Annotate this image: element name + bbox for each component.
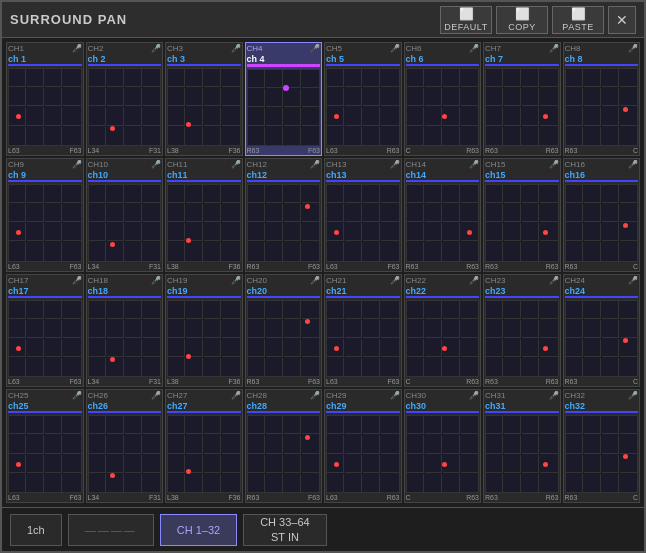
- channel-cell-ch24[interactable]: CH24🎤ch24R63C: [563, 274, 641, 388]
- ch-name-3: ch 4: [247, 54, 321, 64]
- channel-cell-ch30[interactable]: CH30🎤ch30CR63: [404, 389, 482, 503]
- channel-cell-ch16[interactable]: CH16🎤ch16R63C: [563, 158, 641, 272]
- channel-cell-ch22[interactable]: CH22🎤ch22CR63: [404, 274, 482, 388]
- channel-cell-ch23[interactable]: CH23🎤ch23R63R63: [483, 274, 561, 388]
- ch-num-5: CH6: [406, 44, 422, 53]
- pan-grid-15: [565, 184, 639, 262]
- channel-cell-ch10[interactable]: CH10🎤ch10L34F31: [86, 158, 164, 272]
- pan-grid-26: [167, 415, 241, 493]
- ch-num-30: CH31: [485, 391, 505, 400]
- ch-name-6: ch 7: [485, 54, 559, 64]
- pan-grid-22: [485, 300, 559, 378]
- ch-label-left-25: L34: [88, 494, 100, 501]
- ch-label-right-15: C: [633, 263, 638, 270]
- ch-label-right-31: C: [633, 494, 638, 501]
- channel-cell-ch9[interactable]: CH9🎤ch 9L63F63: [6, 158, 84, 272]
- channel-cell-ch29[interactable]: CH29🎤ch29L63R63: [324, 389, 402, 503]
- ch-num-7: CH8: [565, 44, 581, 53]
- ch-bar-20: [326, 296, 400, 298]
- ch-label-right-1: F31: [149, 147, 161, 154]
- microphone-icon-29: 🎤: [469, 391, 479, 400]
- channel-cell-ch11[interactable]: CH11🎤ch11L38F36: [165, 158, 243, 272]
- pan-grid-7: [565, 68, 639, 146]
- pan-dot-31: [623, 454, 628, 459]
- pan-dot-27: [305, 435, 310, 440]
- ch-bar-2: [167, 64, 241, 66]
- pan-grid-17: [88, 300, 162, 378]
- ch-name-22: ch23: [485, 286, 559, 296]
- ch-name-10: ch11: [167, 170, 241, 180]
- pan-grid-10: [167, 184, 241, 262]
- microphone-icon-19: 🎤: [310, 276, 320, 285]
- channel-cell-ch7[interactable]: CH7🎤ch 7R63R63: [483, 42, 561, 156]
- pan-grid-25: [88, 415, 162, 493]
- tab-separator[interactable]: ————: [68, 514, 154, 546]
- ch-labels-15: R63C: [565, 263, 639, 270]
- ch-bar-3: [247, 64, 321, 67]
- ch-name-24: ch25: [8, 401, 82, 411]
- pan-grid-19: [247, 300, 321, 378]
- paste-button[interactable]: ⬜ PASTE: [552, 6, 604, 34]
- channel-cell-ch28[interactable]: CH28🎤ch28R63F63: [245, 389, 323, 503]
- channel-cell-ch25[interactable]: CH25🎤ch25L63F63: [6, 389, 84, 503]
- channel-cell-ch6[interactable]: CH6🎤ch 6CR63: [404, 42, 482, 156]
- ch-num-25: CH26: [88, 391, 108, 400]
- channel-cell-ch26[interactable]: CH26🎤ch26L34F31: [86, 389, 164, 503]
- ch-num-8: CH9: [8, 160, 24, 169]
- pan-grid-12: [326, 184, 400, 262]
- channel-grid: CH1🎤ch 1L63F63CH2🎤ch 2L34F31CH3🎤ch 3L38F…: [6, 42, 640, 503]
- pan-dot-11: [305, 204, 310, 209]
- channel-cell-ch21[interactable]: CH21🎤ch21L63F63: [324, 274, 402, 388]
- copy-button[interactable]: ⬜ COPY: [496, 6, 548, 34]
- tab-ch1-32[interactable]: CH 1–32: [160, 514, 237, 546]
- pan-dot-15: [623, 223, 628, 228]
- close-button[interactable]: ✕: [608, 6, 636, 34]
- channel-cell-ch19[interactable]: CH19🎤ch19L38F36: [165, 274, 243, 388]
- tab-1ch[interactable]: 1ch: [10, 514, 62, 546]
- ch-num-15: CH16: [565, 160, 585, 169]
- default-button[interactable]: ⬜ DEFAULT: [440, 6, 492, 34]
- ch-bar-18: [167, 296, 241, 298]
- channel-cell-ch12[interactable]: CH12🎤ch12R63F63: [245, 158, 323, 272]
- ch-labels-1: L34F31: [88, 147, 162, 154]
- channel-cell-ch3[interactable]: CH3🎤ch 3L38F36: [165, 42, 243, 156]
- ch-name-21: ch22: [406, 286, 480, 296]
- ch-labels-28: L63R63: [326, 494, 400, 501]
- channel-cell-ch31[interactable]: CH31🎤ch31R63R63: [483, 389, 561, 503]
- ch-label-right-14: R63: [546, 263, 559, 270]
- ch-label-left-17: L34: [88, 378, 100, 385]
- channel-cell-ch27[interactable]: CH27🎤ch27L38F36: [165, 389, 243, 503]
- pan-dot-28: [334, 462, 339, 467]
- channel-cell-ch14[interactable]: CH14🎤ch14R63R63: [404, 158, 482, 272]
- ch-label-left-6: R63: [485, 147, 498, 154]
- ch-label-left-3: R63: [247, 147, 260, 154]
- channel-cell-ch13[interactable]: CH13🎤ch13L63F63: [324, 158, 402, 272]
- ch-labels-26: L38F36: [167, 494, 241, 501]
- ch-labels-16: L63F63: [8, 378, 82, 385]
- channel-cell-ch32[interactable]: CH32🎤ch32R63C: [563, 389, 641, 503]
- ch-labels-8: L63F63: [8, 263, 82, 270]
- channel-cell-ch17[interactable]: CH17🎤ch17L63F63: [6, 274, 84, 388]
- title-bar: SURROUND PAN ⬜ DEFAULT ⬜ COPY ⬜ PASTE ✕: [2, 2, 644, 38]
- channel-cell-ch1[interactable]: CH1🎤ch 1L63F63: [6, 42, 84, 156]
- ch-name-5: ch 6: [406, 54, 480, 64]
- channel-cell-ch18[interactable]: CH18🎤ch18L34F31: [86, 274, 164, 388]
- ch-bar-24: [8, 411, 82, 413]
- channel-cell-ch5[interactable]: CH5🎤ch 5L63R63: [324, 42, 402, 156]
- ch-labels-24: L63F63: [8, 494, 82, 501]
- channel-cell-ch15[interactable]: CH15🎤ch15R63R63: [483, 158, 561, 272]
- ch-name-20: ch21: [326, 286, 400, 296]
- ch-name-15: ch16: [565, 170, 639, 180]
- ch-label-left-11: R63: [247, 263, 260, 270]
- ch-name-9: ch10: [88, 170, 162, 180]
- channel-cell-ch8[interactable]: CH8🎤ch 8R63C: [563, 42, 641, 156]
- tab-ch33-64[interactable]: CH 33–64ST IN: [243, 514, 327, 546]
- ch-name-27: ch28: [247, 401, 321, 411]
- microphone-icon-12: 🎤: [390, 160, 400, 169]
- ch-name-31: ch32: [565, 401, 639, 411]
- channel-cell-ch4[interactable]: CH4🎤ch 4R63F63: [245, 42, 323, 156]
- ch-num-0: CH1: [8, 44, 24, 53]
- ch-label-left-13: R63: [406, 263, 419, 270]
- channel-cell-ch20[interactable]: CH20🎤ch20R63F63: [245, 274, 323, 388]
- channel-cell-ch2[interactable]: CH2🎤ch 2L34F31: [86, 42, 164, 156]
